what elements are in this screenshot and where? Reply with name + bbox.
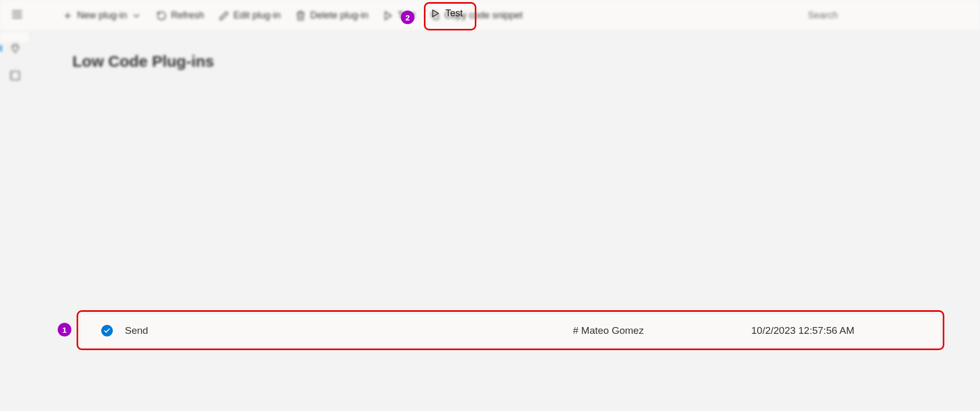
refresh-button[interactable]: Refresh: [149, 7, 211, 24]
toolbar: New plug-in Refresh Edit plug-in Delete …: [0, 0, 980, 31]
refresh-icon: [156, 10, 167, 21]
left-rail: [0, 31, 30, 42]
selected-row-highlighted[interactable]: Send # Mateo Gomez 10/2/2023 12:57:56 AM: [81, 313, 940, 347]
callout-badge-2: 2: [401, 10, 414, 24]
plug-icon: [9, 42, 22, 55]
row-selected-check-icon[interactable]: [101, 325, 113, 336]
play-icon: [430, 8, 440, 18]
row-name-sharp: Send: [123, 325, 573, 336]
rail-plugins[interactable]: [0, 42, 30, 55]
callout-badge-1: 1: [58, 323, 71, 336]
svg-marker-5: [385, 12, 391, 19]
rail-library[interactable]: [0, 69, 30, 82]
new-plugin-button[interactable]: New plug-in: [55, 7, 149, 24]
edit-icon: [219, 10, 229, 21]
row-modified-sharp: 10/2/2023 12:57:56 AM: [751, 325, 930, 336]
plus-icon: [62, 10, 73, 21]
chevron-down-icon: [131, 10, 142, 21]
row-created-sharp: # Mateo Gomez: [573, 325, 751, 336]
delete-icon: [295, 10, 306, 21]
edit-plugin-button[interactable]: Edit plug-in: [211, 7, 288, 24]
refresh-label: Refresh: [171, 10, 204, 21]
test-button-highlighted[interactable]: Test: [430, 8, 463, 19]
test-label-sharp: Test: [445, 8, 463, 19]
search-input[interactable]: [802, 6, 970, 25]
hamburger-menu-icon[interactable]: [10, 8, 24, 23]
test-button[interactable]: Test: [376, 7, 422, 24]
play-icon: [383, 10, 393, 21]
new-plugin-label: New plug-in: [77, 10, 127, 21]
page-title: Low Code Plug-ins: [72, 52, 938, 70]
delete-plugin-label: Delete plug-in: [310, 10, 368, 21]
delete-plugin-button[interactable]: Delete plug-in: [288, 7, 376, 24]
book-icon: [9, 69, 22, 82]
edit-plugin-label: Edit plug-in: [233, 10, 281, 21]
main-content: Low Code Plug-ins Create instant plug-in…: [30, 31, 980, 73]
toolbar-search: [802, 6, 970, 25]
svg-marker-10: [433, 10, 439, 17]
